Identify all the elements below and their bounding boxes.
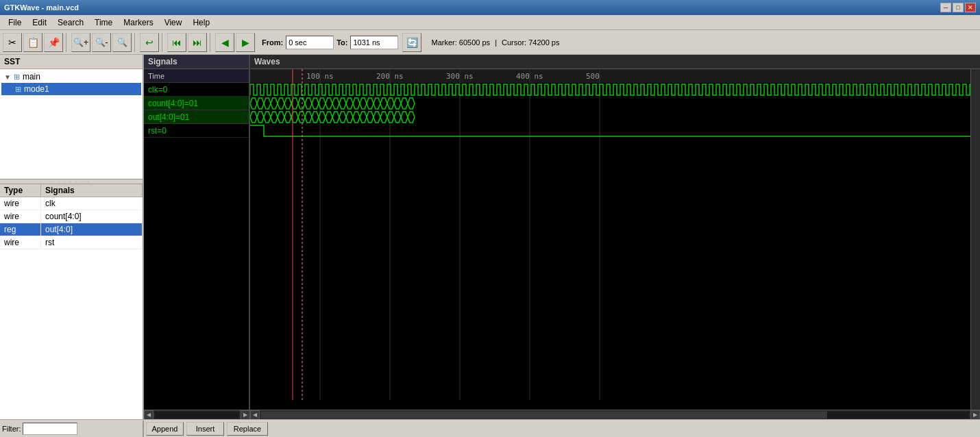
sig-scroll-left[interactable]: ◀	[144, 410, 154, 420]
ts-signal-out: out[4:0]	[41, 223, 143, 236]
menu-time[interactable]: Time	[89, 16, 118, 29]
sst-header: SST	[0, 55, 143, 69]
signals-col-header: Signals	[41, 184, 143, 197]
type-signals-panel: Type Signals wire clk wire count[4:0] re…	[0, 184, 143, 419]
zoom-prev-button[interactable]: ◀	[215, 33, 234, 52]
copy-button[interactable]: 📋	[23, 33, 42, 52]
menu-help[interactable]: Help	[187, 16, 215, 29]
wave-canvas	[250, 69, 970, 400]
signal-row-out[interactable]: out[4:0]=01	[144, 110, 249, 124]
waves-scrollbar-vertical[interactable]	[970, 69, 980, 410]
zoom-out-button[interactable]: 🔍-	[92, 33, 111, 52]
paste-button[interactable]: 📌	[44, 33, 63, 52]
signal-row-clk[interactable]: clk=0	[144, 83, 249, 97]
action-buttons: Append Insert Replace	[144, 420, 270, 438]
toolbar-sep-2	[134, 33, 137, 52]
title-bar: GTKWave - main.vcd ─ □ ✕	[0, 0, 980, 15]
sig-scroll-right[interactable]: ▶	[241, 410, 250, 420]
filter-label-area: Filter:	[2, 423, 77, 435]
sst-tree[interactable]: ▼ ⊞ main ⊞ mode1	[0, 69, 143, 179]
sig-scroll-track[interactable]	[155, 412, 239, 419]
waves-scrollbar-horizontal[interactable]: ◀ ▶	[250, 410, 980, 419]
tree-item-mode1[interactable]: ⊞ mode1	[1, 83, 141, 95]
marker-prev-button[interactable]: ⏮	[167, 33, 186, 52]
reload-button[interactable]: 🔄	[402, 33, 421, 52]
menu-view[interactable]: View	[159, 16, 188, 29]
signal-clk-label: clk=0	[148, 85, 167, 95]
menu-search[interactable]: Search	[52, 16, 89, 29]
bottom-bar: Filter: Append Insert Replace	[0, 419, 980, 437]
scroll-thumb[interactable]	[261, 412, 827, 419]
from-input[interactable]	[286, 36, 334, 49]
ts-row-clk[interactable]: wire clk	[0, 197, 143, 210]
menu-edit[interactable]: Edit	[27, 16, 52, 29]
sst-title: SST	[4, 57, 20, 66]
maximize-button[interactable]: □	[953, 3, 964, 12]
panel-resizer[interactable]: · · · · · · ·	[0, 179, 143, 184]
signals-hscrollbar[interactable]: ◀ ▶	[144, 410, 250, 419]
ts-type-rst: wire	[0, 236, 41, 249]
zoom-in-button[interactable]: 🔍+	[71, 33, 90, 52]
signal-row-count[interactable]: count[4:0]=01	[144, 97, 249, 110]
waves-header: Waves	[250, 55, 980, 69]
waves-title: Waves	[254, 57, 280, 66]
ts-signal-count: count[4:0]	[41, 210, 143, 223]
tree-item-mode1-label: mode1	[24, 84, 49, 94]
marker-info: Marker: 60500 ps | Cursor: 74200 ps	[431, 38, 559, 47]
type-col-header: Type	[0, 184, 41, 197]
module-icon: ⊞	[14, 73, 20, 82]
signals-header-text: Signals	[148, 57, 177, 66]
tree-expand-icon: ▼	[4, 73, 11, 81]
window-controls: ─ □ ✕	[940, 3, 976, 12]
minimize-button[interactable]: ─	[940, 3, 951, 12]
sst-panel: SST ▼ ⊞ main ⊞ mode1 · · · · · · · Type …	[0, 55, 144, 419]
ts-row-out[interactable]: reg out[4:0]	[0, 223, 143, 236]
submodule-icon: ⊞	[15, 85, 21, 94]
scroll-left-btn[interactable]: ◀	[250, 410, 260, 420]
zoom-fit-button[interactable]: 🔍	[112, 33, 132, 52]
signals-empty-area	[144, 138, 249, 419]
toolbar-sep-1	[66, 33, 69, 52]
signal-rst-label: rst=0	[148, 126, 167, 136]
menu-file[interactable]: File	[3, 16, 27, 29]
signal-out-label: out[4:0]=01	[148, 112, 189, 122]
from-label: From:	[262, 38, 283, 47]
undo-button[interactable]: ↩	[140, 33, 159, 52]
toolbar-sep-3	[162, 33, 164, 52]
signals-time-row: Time	[144, 69, 249, 83]
insert-button[interactable]: Insert	[186, 422, 224, 436]
signal-count-label: count[4:0]=01	[148, 99, 198, 108]
bottom-buttons: Filter:	[0, 421, 144, 437]
ts-type-clk: wire	[0, 197, 41, 210]
filter-input[interactable]	[23, 423, 77, 435]
tree-item-main-label: main	[23, 72, 40, 82]
scroll-right-btn[interactable]: ▶	[970, 410, 980, 420]
zoom-next-button[interactable]: ▶	[236, 33, 255, 52]
cut-button[interactable]: ✂	[3, 33, 22, 52]
replace-button[interactable]: Replace	[227, 422, 268, 436]
scroll-track[interactable]	[261, 412, 969, 419]
type-signals-header: Type Signals	[0, 184, 143, 197]
append-button[interactable]: Append	[146, 422, 184, 436]
to-input[interactable]	[350, 36, 398, 49]
marker-next-button[interactable]: ⏭	[188, 33, 207, 52]
toolbar-sep-4	[210, 33, 212, 52]
ts-type-count: wire	[0, 210, 41, 223]
signals-panel-header: Signals	[144, 55, 249, 69]
ts-signal-rst: rst	[41, 236, 143, 249]
ts-row-count[interactable]: wire count[4:0]	[0, 210, 143, 223]
signals-panel: Signals Time clk=0 count[4:0]=01 out[4:0…	[144, 55, 250, 419]
filter-label: Filter:	[2, 425, 21, 433]
menu-bar: File Edit Search Time Markers View Help	[0, 15, 980, 30]
close-button[interactable]: ✕	[965, 3, 976, 12]
ts-signal-clk: clk	[41, 197, 143, 210]
waves-panel: Waves ◀ ▶	[250, 55, 980, 419]
ts-row-rst[interactable]: wire rst	[0, 236, 143, 249]
from-to-group: From: To:	[262, 36, 398, 49]
time-label: Time	[148, 72, 164, 80]
waves-canvas-area[interactable]	[250, 69, 980, 410]
signal-row-rst[interactable]: rst=0	[144, 124, 249, 138]
menu-markers[interactable]: Markers	[118, 16, 158, 29]
tree-item-main[interactable]: ▼ ⊞ main	[1, 71, 141, 83]
to-label: To:	[336, 38, 347, 47]
